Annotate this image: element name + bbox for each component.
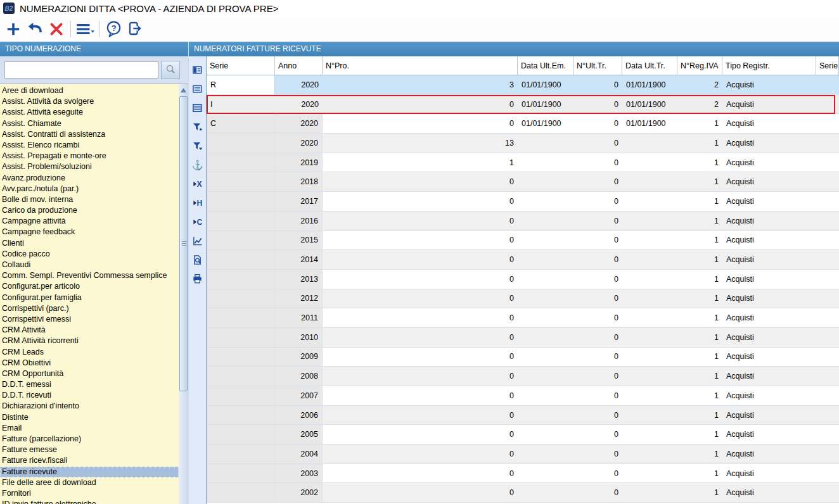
cell-anno[interactable]: 2009 <box>275 348 323 367</box>
list-item[interactable]: Avv.parc./notula (par.) <box>0 184 179 194</box>
column-header-tipo_registr[interactable]: Tipo Registr. <box>722 56 816 75</box>
column-header-serie[interactable]: Serie <box>207 56 275 75</box>
cell-data_ult_em[interactable] <box>518 308 573 328</box>
cell-serie[interactable] <box>207 464 275 484</box>
cell-n_ult_tr[interactable]: 0 <box>573 328 622 348</box>
list-item[interactable]: D.D.T. emessi <box>0 379 179 390</box>
cell-serie_2[interactable] <box>816 250 839 270</box>
cell-data_ult_tr[interactable] <box>622 406 677 425</box>
cell-data_ult_tr[interactable] <box>622 483 677 503</box>
cell-anno[interactable]: 2017 <box>275 192 323 211</box>
cell-serie[interactable] <box>207 386 275 406</box>
cell-serie_2[interactable] <box>816 328 839 348</box>
cell-serie[interactable] <box>207 192 275 211</box>
export-excel-icon[interactable]: X <box>189 174 206 193</box>
cell-tipo_registr[interactable]: Acquisti <box>722 289 816 309</box>
cell-anno[interactable]: 2007 <box>275 386 323 406</box>
list-item[interactable]: Bolle di mov. interna <box>0 194 179 205</box>
cell-data_ult_em[interactable] <box>518 406 573 425</box>
cell-serie[interactable] <box>207 270 275 289</box>
cell-n_ult_tr[interactable]: 0 <box>573 75 622 95</box>
list-item[interactable]: Fatture emesse <box>0 444 179 455</box>
list-item[interactable]: CRM Attività ricorrenti <box>0 336 179 346</box>
cell-serie[interactable] <box>207 348 275 367</box>
export-html-icon[interactable]: H <box>189 193 206 212</box>
cell-anno[interactable]: 2008 <box>275 367 323 386</box>
cell-anno[interactable]: 2005 <box>275 425 323 444</box>
cell-serie_2[interactable] <box>816 425 839 444</box>
cell-tipo_registr[interactable]: Acquisti <box>722 464 816 484</box>
table-row[interactable]: 2018001Acquisti <box>207 172 839 192</box>
cell-anno[interactable]: 2020 <box>275 75 323 95</box>
cell-npro[interactable]: 0 <box>323 406 518 425</box>
cell-anno[interactable]: 2002 <box>275 483 323 503</box>
cell-n_ult_tr[interactable]: 0 <box>573 483 622 503</box>
cell-n_reg_iva[interactable]: 1 <box>677 386 722 406</box>
list-item[interactable]: Campagne feedback <box>0 227 179 237</box>
exit-button[interactable] <box>124 18 146 40</box>
cell-tipo_registr[interactable]: Acquisti <box>722 444 816 464</box>
cell-data_ult_tr[interactable] <box>622 250 677 270</box>
column-header-n_reg_iva[interactable]: N°Reg.IVA <box>677 56 722 75</box>
cell-n_ult_tr[interactable]: 0 <box>573 231 622 251</box>
cell-n_reg_iva[interactable]: 1 <box>677 483 722 503</box>
list-item[interactable]: Assist. Chiamate <box>0 118 179 129</box>
cell-anno[interactable]: 2010 <box>275 328 323 348</box>
cell-data_ult_em[interactable] <box>518 231 573 251</box>
cell-n_ult_tr[interactable]: 0 <box>573 348 622 367</box>
cell-serie_2[interactable] <box>816 348 839 367</box>
cell-tipo_registr[interactable]: Acquisti <box>722 134 816 153</box>
cell-n_reg_iva[interactable]: 1 <box>677 134 722 153</box>
cell-npro[interactable]: 0 <box>323 464 518 484</box>
cell-n_ult_tr[interactable]: 0 <box>573 192 622 211</box>
cell-serie[interactable] <box>207 425 275 444</box>
cell-serie_2[interactable] <box>816 464 839 484</box>
cell-serie_2[interactable] <box>816 114 839 134</box>
list-item[interactable]: Assist. Elenco ricambi <box>0 140 179 151</box>
cell-serie[interactable] <box>207 308 275 328</box>
table-row[interactable]: 2005001Acquisti <box>207 425 839 444</box>
cell-npro[interactable]: 0 <box>323 289 518 309</box>
cell-serie[interactable] <box>207 406 275 425</box>
cell-tipo_registr[interactable]: Acquisti <box>722 192 816 211</box>
cell-data_ult_tr[interactable]: 01/01/1900 <box>622 75 677 95</box>
cell-n_reg_iva[interactable]: 1 <box>677 367 722 386</box>
list-item[interactable]: Dichiarazioni d'intento <box>0 401 179 412</box>
cell-data_ult_em[interactable] <box>518 270 573 289</box>
cell-serie_2[interactable] <box>816 270 839 289</box>
list-item[interactable]: Carico da produzione <box>0 205 179 216</box>
table-row[interactable]: C2020001/01/1900001/01/19001Acquisti <box>207 114 839 134</box>
cell-n_reg_iva[interactable]: 1 <box>677 328 722 348</box>
cell-npro[interactable]: 0 <box>323 308 518 328</box>
cell-n_reg_iva[interactable]: 1 <box>677 172 722 192</box>
cell-n_reg_iva[interactable]: 1 <box>677 289 722 309</box>
cell-npro[interactable]: 0 <box>323 250 518 270</box>
cell-anno[interactable]: 2016 <box>275 211 323 231</box>
cell-data_ult_em[interactable] <box>518 348 573 367</box>
cell-serie[interactable]: R <box>207 75 275 95</box>
cell-data_ult_tr[interactable] <box>622 348 677 367</box>
cell-serie[interactable] <box>207 483 275 503</box>
cell-serie_2[interactable] <box>816 75 839 95</box>
cell-tipo_registr[interactable]: Acquisti <box>722 114 816 134</box>
chart-icon[interactable] <box>189 231 206 250</box>
cell-data_ult_tr[interactable] <box>622 211 677 231</box>
cell-anno[interactable]: 2003 <box>275 464 323 484</box>
cell-anno[interactable]: 2020 <box>275 134 323 153</box>
cell-n_ult_tr[interactable]: 0 <box>573 211 622 231</box>
cell-npro[interactable]: 0 <box>323 95 518 115</box>
cell-data_ult_em[interactable] <box>518 464 573 484</box>
cell-data_ult_tr[interactable] <box>622 464 677 484</box>
table-row[interactable]: 2003001Acquisti <box>207 464 839 484</box>
cell-data_ult_tr[interactable] <box>622 231 677 251</box>
table-row[interactable]: 2017001Acquisti <box>207 192 839 211</box>
cell-n_reg_iva[interactable]: 2 <box>677 95 722 115</box>
cell-npro[interactable]: 0 <box>323 425 518 444</box>
list-item[interactable]: D.D.T. ricevuti <box>0 390 179 401</box>
cell-tipo_registr[interactable]: Acquisti <box>722 406 816 425</box>
list-item[interactable]: Corrispettivi (parc.) <box>0 303 179 314</box>
cell-n_reg_iva[interactable]: 1 <box>677 425 722 444</box>
cell-tipo_registr[interactable]: Acquisti <box>722 250 816 270</box>
list-item[interactable]: Email <box>0 423 179 434</box>
cell-serie[interactable] <box>207 134 275 153</box>
